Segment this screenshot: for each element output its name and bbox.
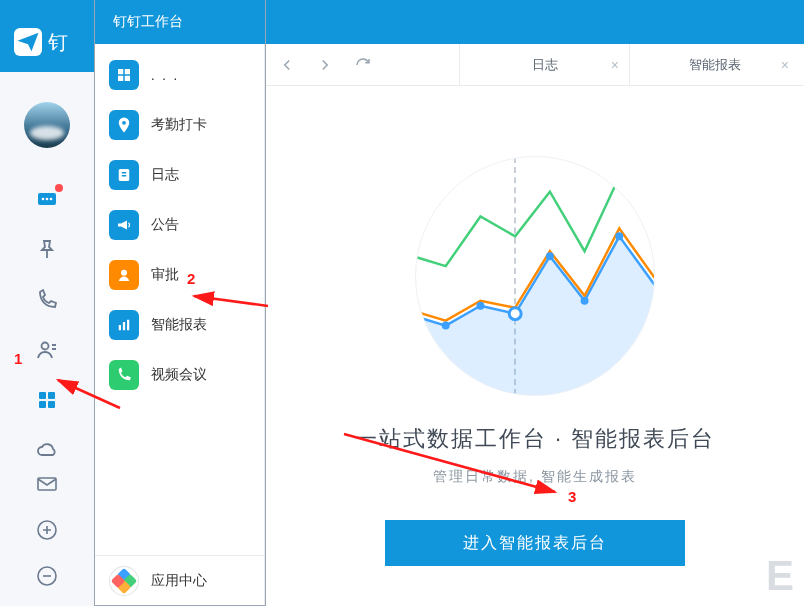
app-center-label: 应用中心 [151,572,207,590]
applist-item-label: 智能报表 [151,316,207,334]
applist-item-label: 考勤打卡 [151,116,207,134]
svg-point-23 [476,302,484,310]
svg-rect-5 [39,392,46,399]
applist-item-log[interactable]: 日志 [95,150,264,200]
avatar[interactable] [24,102,70,148]
svg-rect-6 [48,392,55,399]
svg-rect-20 [123,322,125,330]
megaphone-icon [109,210,139,240]
svg-rect-15 [125,76,130,81]
content-area: 日志 × 智能报表 × [265,44,804,606]
location-pin-icon [109,110,139,140]
hero-chart [415,156,655,396]
svg-point-16 [122,121,126,125]
svg-rect-12 [118,69,123,74]
brand-text: 钉 [48,29,68,56]
close-icon[interactable]: × [611,57,619,73]
rail-pin-icon[interactable] [33,236,61,264]
tab-label: 智能报表 [689,56,741,74]
annotation-1: 1 [14,350,22,367]
rail-messages-icon[interactable] [33,186,61,214]
brand-area: 钉 [0,12,94,72]
svg-rect-8 [48,401,55,408]
svg-point-3 [50,198,53,201]
nav-forward-button[interactable] [309,49,341,81]
close-icon[interactable]: × [781,57,789,73]
viewport: 一站式数据工作台 · 智能报表后台 管理日常数据, 智能生成报表 进入智能报表后… [265,86,804,606]
rail-mail-icon[interactable] [33,470,61,498]
applist-item-attendance[interactable]: 考勤打卡 [95,100,264,150]
svg-rect-14 [118,76,123,81]
bar-chart-icon [109,310,139,340]
grid-icon [109,60,139,90]
unread-badge [55,184,63,192]
svg-point-22 [442,322,450,330]
applist-item-label: 日志 [151,166,179,184]
svg-rect-13 [125,69,130,74]
applist-item-notice[interactable]: 公告 [95,200,264,250]
rail-more-icon[interactable] [33,562,61,590]
rail-workbench-icon[interactable] [33,386,61,414]
content-toolbar: 日志 × 智能报表 × [265,44,804,86]
panel-title: 钉钉工作台 [95,0,804,44]
phone-video-icon [109,360,139,390]
tab-bar: 日志 × 智能报表 × [459,44,799,85]
rail-add-icon[interactable] [33,516,61,544]
svg-rect-9 [38,478,56,490]
app-list: . . . 考勤打卡 日志 公告 审批 智能报表 [95,44,265,606]
svg-point-2 [46,198,49,201]
applist-item-label: 审批 [151,266,179,284]
tab-smart-report[interactable]: 智能报表 × [629,44,799,85]
app-logo-icon [14,28,42,56]
applist-item-video[interactable]: 视频会议 [95,350,264,400]
applist-item-label: 视频会议 [151,366,207,384]
rail-cloud-icon[interactable] [33,436,61,464]
applist-item-approval[interactable]: 审批 [95,250,264,300]
svg-point-1 [42,198,45,201]
svg-point-4 [42,343,49,350]
user-check-icon [109,260,139,290]
applist-item-reports[interactable]: 智能报表 [95,300,264,350]
svg-point-26 [581,297,589,305]
line-chart-icon [416,157,654,395]
nav-back-button[interactable] [271,49,303,81]
tab-log[interactable]: 日志 × [459,44,629,85]
workbench-panel: 钉钉工作台 . . . 考勤打卡 日志 公告 审 [95,0,804,606]
svg-rect-7 [39,401,46,408]
svg-point-18 [121,270,127,276]
svg-point-24 [509,308,521,320]
annotation-2: 2 [187,270,195,287]
svg-rect-19 [119,325,121,330]
left-rail: 钉 [0,0,95,606]
applist-item-label: 公告 [151,216,179,234]
svg-point-25 [546,252,554,260]
enter-reports-button[interactable]: 进入智能报表后台 [385,520,685,566]
svg-point-27 [615,232,623,240]
watermark: E [766,552,794,600]
applist-first-item[interactable]: . . . [95,50,264,100]
applist-app-center[interactable]: 应用中心 [95,555,264,606]
pinwheel-icon [109,566,139,596]
note-icon [109,160,139,190]
nav-refresh-button[interactable] [347,49,379,81]
applist-first-label: . . . [151,68,179,83]
hero-subtitle: 管理日常数据, 智能生成报表 [433,468,637,486]
rail-contacts-icon[interactable] [33,336,61,364]
svg-rect-21 [127,320,129,331]
hero-title: 一站式数据工作台 · 智能报表后台 [355,424,715,454]
tab-label: 日志 [532,56,558,74]
rail-phone-icon[interactable] [33,286,61,314]
annotation-3: 3 [568,488,576,505]
